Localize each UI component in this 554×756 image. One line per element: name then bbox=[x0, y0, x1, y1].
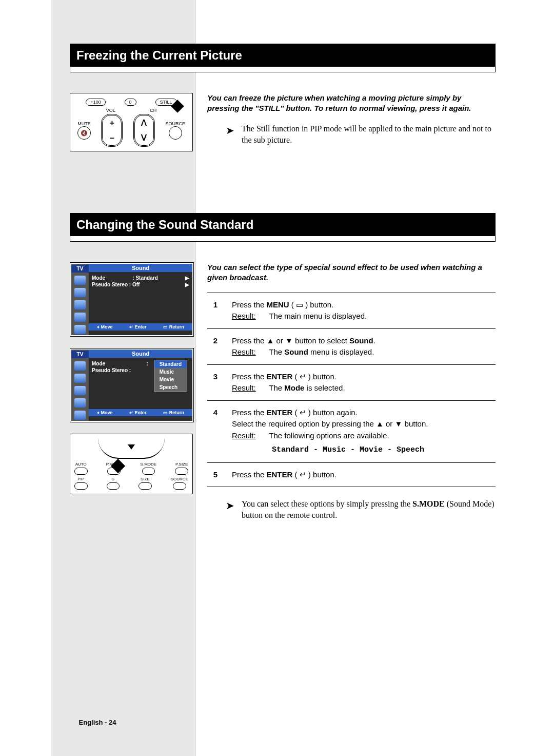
label-vol: VOL bbox=[106, 108, 115, 113]
step-4: 4 Press the ENTER ( ↵ ) button again. Se… bbox=[207, 401, 496, 463]
mode-dropdown: Standard Music Movie Speech bbox=[154, 360, 187, 392]
remote-top: +100 0 STILL VOL CH MUTE 🔇 bbox=[70, 93, 193, 151]
tv-icon bbox=[74, 386, 86, 395]
options: Standard - Music - Movie - Speech bbox=[272, 444, 493, 456]
label-mute: MUTE bbox=[77, 121, 91, 126]
title-bar-1: Freezing the Current Picture bbox=[70, 44, 496, 72]
content: Freezing the Current Picture +100 0 STIL… bbox=[70, 44, 496, 521]
step-2: 2 Press the ▲ or ▼ button to select Soun… bbox=[207, 329, 496, 365]
tv-icon bbox=[74, 288, 86, 297]
mute-icon: 🔇 bbox=[77, 126, 91, 140]
steps-list: 1 Press the MENU ( ▭ ) button. Result: T… bbox=[207, 293, 496, 488]
tv-icon bbox=[74, 276, 86, 285]
ch-rocker: ᐱ ᐯ bbox=[133, 114, 155, 147]
tv-menu-2: TV Sound Mode : bbox=[70, 348, 194, 422]
page: Freezing the Current Picture +100 0 STIL… bbox=[0, 0, 554, 756]
tv-icon bbox=[74, 374, 86, 383]
title-2: Changing the Sound Standard bbox=[70, 214, 495, 239]
btn-plus100: +100 bbox=[86, 99, 105, 106]
remote-illustration-1: +100 0 STILL VOL CH MUTE 🔇 bbox=[70, 93, 193, 151]
step-3: 3 Press the ENTER ( ↵ ) button. Result: … bbox=[207, 365, 496, 401]
section-1-text: You can freeze the picture when watching… bbox=[207, 93, 496, 146]
pointer-icon: ➤ bbox=[226, 123, 234, 146]
tv-icon bbox=[74, 325, 86, 334]
down-arrow-icon bbox=[128, 444, 135, 450]
btn-0: 0 bbox=[125, 99, 136, 106]
step-5: 5 Press the ENTER ( ↵ ) button. bbox=[207, 463, 496, 488]
step-1: 1 Press the MENU ( ▭ ) button. Result: T… bbox=[207, 293, 496, 329]
section-1-note: ➤ The Still function in PIP mode will be… bbox=[226, 123, 496, 146]
tv-icon bbox=[74, 313, 86, 322]
remote-bottom: AUTO P.MODE S.MODE P.SIZE PIP S SIZE SOU… bbox=[70, 434, 193, 494]
section-1-intro: You can freeze the picture when watching… bbox=[207, 93, 496, 114]
title-bar-2: Changing the Sound Standard bbox=[70, 213, 496, 242]
tip: ➤ You can select these options by simply… bbox=[226, 498, 496, 521]
title-1: Freezing the Current Picture bbox=[70, 44, 495, 70]
tv-icon bbox=[74, 300, 86, 309]
tv-icon bbox=[74, 361, 86, 371]
label-source: SOURCE bbox=[165, 121, 185, 126]
pointer-icon: ➤ bbox=[226, 498, 234, 521]
section-2-intro: You can select the type of special sound… bbox=[207, 262, 496, 283]
tv-icon bbox=[74, 411, 86, 420]
label-ch: CH bbox=[150, 108, 156, 113]
page-footer: English - 24 bbox=[0, 719, 195, 726]
section-2-text: You can select the type of special sound… bbox=[207, 262, 496, 521]
source-icon bbox=[169, 126, 182, 140]
section-2-row: TV Sound Mode : S bbox=[70, 262, 496, 521]
section-1-row: +100 0 STILL VOL CH MUTE 🔇 bbox=[70, 93, 496, 151]
vol-rocker: + – bbox=[101, 114, 123, 147]
tv-icon bbox=[74, 398, 86, 408]
tv-menu-1: TV Sound Mode : S bbox=[70, 262, 194, 337]
illustrations-2: TV Sound Mode : S bbox=[70, 262, 193, 494]
